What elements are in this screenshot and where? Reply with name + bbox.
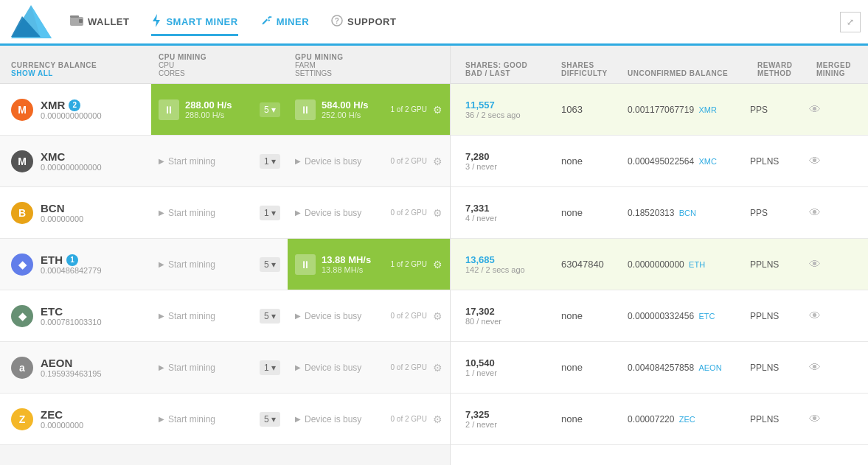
logo [7, 1, 55, 42]
diff-val-zec: none [561, 413, 613, 424]
right-rows-container: 11,557 36 / 2 secs ago 1063 0.0011770677… [451, 84, 868, 445]
unconf-val-eth: 0.0000000000 [628, 259, 684, 270]
eye-icon-zec[interactable]: 👁 [809, 413, 821, 425]
cpu-start-label-eth[interactable]: Start mining [168, 259, 215, 270]
unconf-ticker-xmr: XMR [698, 105, 716, 114]
diff-val-bcn: none [561, 207, 613, 218]
cpu-start-text-eth: ▶ Start mining [159, 259, 215, 270]
gpu-count-zec: 0 of 2 GPU [391, 414, 427, 424]
eye-icon-eth[interactable]: 👁 [809, 258, 821, 270]
cores-select-aeon[interactable]: 1 ▾ [260, 360, 280, 375]
r-merged-aeon: 👁 [802, 355, 861, 380]
svg-marker-6 [153, 14, 160, 27]
difficulty-header-line1: SHARES [561, 61, 613, 69]
right-row-xmc: 7,280 3 / never none 0.000495022564 XMC … [451, 136, 868, 187]
coin-row-xmr: M XMR2 0.000000000000 ⏸ 288.00 H/s 288.0… [0, 84, 450, 136]
r-diff-xmc: none [554, 150, 620, 172]
show-all-link[interactable]: Show all [11, 69, 151, 77]
unconf-ticker-zec: ZEC [679, 415, 695, 424]
gpu-mining-bcn: ▶ Device is busy 0 of 2 GPU ⚙ [288, 187, 450, 238]
unconf-ticker-xmc: XMC [698, 157, 716, 166]
eye-icon-xmc[interactable]: 👁 [809, 155, 821, 167]
rh-reward: REWARD METHOD [750, 61, 809, 77]
gpu-mining-label: GPU MINING [295, 53, 450, 61]
eye-icon-aeon[interactable]: 👁 [809, 361, 821, 374]
wallet-icon [70, 15, 83, 29]
reward-val-xmc: PPLNS [750, 156, 794, 167]
gpu-settings-icon-eth[interactable]: ⚙ [433, 259, 442, 270]
r-shares-xmc: 7,280 3 / never [458, 145, 554, 177]
nav-wallet[interactable]: WALLET [70, 12, 129, 32]
diff-val-etc: none [561, 310, 613, 321]
xmr-name: XMR2 [41, 99, 102, 111]
r-unconf-bcn: 0.18520313 BCN [620, 202, 743, 224]
gpu-settings-icon-zec[interactable]: ⚙ [433, 413, 442, 425]
reward-val-xmr: PPS [750, 105, 794, 115]
shares-good-bcn: 7,331 [465, 203, 546, 214]
unconf-ticker-aeon: AEON [698, 363, 721, 372]
nav-support[interactable]: ? SUPPORT [331, 11, 396, 33]
cpu-mining-xmc: ▶ Start mining 1 ▾ [151, 136, 288, 186]
gpu-busy-label-etc: Device is busy [305, 311, 361, 321]
cpu-mining-zec: ▶ Start mining 5 ▾ [151, 394, 288, 444]
currency-col-header: CURRENCY BALANCE Show all [0, 61, 151, 77]
cores-select-etc[interactable]: 5 ▾ [260, 309, 280, 324]
gpu-settings-icon-bcn[interactable]: ⚙ [433, 207, 442, 219]
cpu-start-label-etc[interactable]: Start mining [168, 311, 215, 321]
nav-miner[interactable]: MINER [260, 11, 309, 33]
cores-select-bcn[interactable]: 1 ▾ [260, 206, 280, 220]
r-unconf-zec: 0.00007220 ZEC [620, 408, 743, 430]
rh-merged: MERGED MINING [809, 61, 868, 77]
reward-header-line2: METHOD [757, 69, 802, 77]
right-row-zec: 7,325 2 / never none 0.00007220 ZEC PPLN… [451, 394, 868, 445]
r-diff-etc: none [554, 304, 620, 327]
gpu-settings-icon-aeon[interactable]: ⚙ [433, 362, 442, 374]
r-diff-eth: 63047840 [554, 253, 620, 276]
r-unconf-aeon: 0.004084257858 AEON [620, 357, 743, 379]
coin-row-eth: ◆ ETH1 0.000486842779 ▶ Start mining 5 ▾… [0, 239, 450, 290]
gpu-mining-xmc: ▶ Device is busy 0 of 2 GPU ⚙ [288, 136, 450, 186]
bcn-balance: 0.00000000 [41, 214, 83, 223]
unconf-val-etc: 0.000000332456 [628, 311, 694, 321]
nav-smart-miner[interactable]: SMART MINER [151, 10, 237, 36]
cpu-start-label-xmc[interactable]: Start mining [168, 156, 215, 167]
coin-info-zec: Z ZEC 0.00000000 [0, 394, 151, 444]
shares-sub-eth: 142 / 2 secs ago [465, 265, 546, 274]
cores-select-eth[interactable]: 5 ▾ [260, 257, 280, 272]
gpu-play-icon-aeon: ▶ [295, 363, 301, 371]
gpu-pause-btn-xmr[interactable]: ⏸ [295, 99, 316, 120]
r-diff-zec: none [554, 408, 620, 430]
cpu-play-icon-bcn: ▶ [159, 209, 164, 217]
cpu-pause-btn-xmr[interactable]: ⏸ [159, 99, 179, 120]
gpu-settings-icon-xmr[interactable]: ⚙ [433, 104, 442, 116]
expand-button[interactable]: ⤢ [840, 12, 861, 32]
nav-wallet-label: WALLET [88, 16, 129, 27]
cpu-start-text-etc: ▶ Start mining [159, 311, 215, 321]
cpu-mining-eth: ▶ Start mining 5 ▾ [151, 239, 288, 290]
cores-select-xmc[interactable]: 1 ▾ [260, 154, 280, 169]
bcn-icon: B [11, 202, 33, 224]
bcn-details: BCN 0.00000000 [41, 202, 83, 223]
cores-select-zec[interactable]: 5 ▾ [260, 412, 280, 427]
eye-icon-etc[interactable]: 👁 [809, 310, 821, 322]
r-shares-aeon: 10,540 1 / never [458, 352, 554, 383]
cpu-play-icon-aeon: ▶ [159, 363, 164, 371]
eye-icon-bcn[interactable]: 👁 [809, 206, 821, 219]
gpu-busy-label-aeon: Device is busy [305, 363, 361, 373]
svg-rect-5 [70, 15, 79, 18]
r-reward-aeon: PPLNS [743, 357, 802, 379]
gpu-settings-icon-xmc[interactable]: ⚙ [433, 155, 442, 167]
svg-text:?: ? [335, 17, 340, 25]
gpu-pause-btn-eth[interactable]: ⏸ [295, 254, 316, 275]
gpu-rate-secondary-xmr: 252.00 H/s [322, 111, 385, 119]
eye-icon-xmr[interactable]: 👁 [809, 103, 821, 116]
xmr-details: XMR2 0.000000000000 [41, 99, 102, 120]
r-unconf-xmc: 0.000495022564 XMC [620, 150, 743, 172]
cores-select-xmr[interactable]: 5 ▾ [260, 102, 280, 117]
cpu-start-label-aeon[interactable]: Start mining [168, 363, 215, 373]
gpu-settings-icon-etc[interactable]: ⚙ [433, 310, 442, 322]
cpu-start-label-zec[interactable]: Start mining [168, 414, 215, 424]
cpu-start-label-bcn[interactable]: Start mining [168, 208, 215, 218]
shares-sub-bcn: 4 / never [465, 214, 546, 223]
left-panel: CURRENCY BALANCE Show all CPU MINING CPU… [0, 46, 450, 465]
